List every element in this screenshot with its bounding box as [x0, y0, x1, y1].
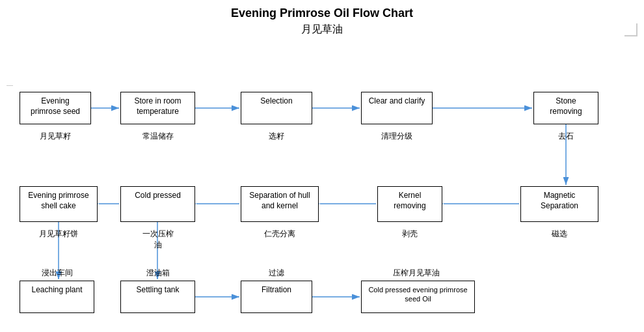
box-separation-hull-kernel: Separation of hull and kernel	[241, 186, 319, 222]
box-cold-pressed: Cold pressed	[120, 186, 195, 222]
box-filtration: Filtration	[241, 281, 312, 313]
label-cold-pressed-oil-above: 压榨月见草油	[361, 268, 472, 279]
label-magnetic-separation: 磁选	[520, 228, 598, 240]
main-title: Evening Primrose Oil Flow Chart	[7, 7, 637, 20]
box-settling-tank: Settling tank	[120, 281, 195, 313]
label-kernel-removing: 剥壳	[377, 228, 442, 240]
label-cold-pressed: 一次压榨油	[120, 228, 195, 251]
label-settling-above: 澄油箱	[120, 268, 195, 279]
label-leaching-above: 浸出车间	[20, 268, 94, 279]
box-cold-pressed-oil: Cold pressed evening primrose seed Oil	[361, 281, 475, 313]
box-kernel-removing: Kernel removing	[377, 186, 442, 222]
label-evening-primrose-seed: 月见草籽	[20, 131, 91, 142]
label-evening-primrose-shell-cake: 月见草籽饼	[20, 228, 98, 240]
box-selection: Selection	[241, 92, 312, 124]
box-clear-clarify: Clear and clarify	[361, 92, 433, 124]
label-store-room-temp: 常温储存	[120, 131, 195, 142]
sub-title: 月见草油	[7, 23, 637, 36]
box-magnetic-separation: Magnetic Separation	[520, 186, 598, 222]
label-filtration-above: 过滤	[241, 268, 312, 279]
box-store-room-temp: Store in room temperature	[120, 92, 195, 124]
corner-bracket-tl	[7, 85, 13, 86]
box-stone-removing: Stone removing	[533, 92, 598, 124]
page-container: Evening Primrose Oil Flow Chart 月见草油	[0, 0, 644, 332]
box-evening-primrose-shell-cake: Evening primrose shell cake	[20, 186, 98, 222]
label-selection: 选籽	[241, 131, 312, 142]
label-stone-removing: 去石	[533, 131, 598, 142]
box-evening-primrose-seed: Evening primrose seed	[20, 92, 91, 124]
label-clear-clarify: 清理分级	[361, 131, 433, 142]
box-leaching-plant: Leaching plant	[20, 281, 94, 313]
label-separation-hull-kernel: 仁壳分离	[241, 228, 319, 240]
corner-bracket-br	[624, 23, 637, 36]
